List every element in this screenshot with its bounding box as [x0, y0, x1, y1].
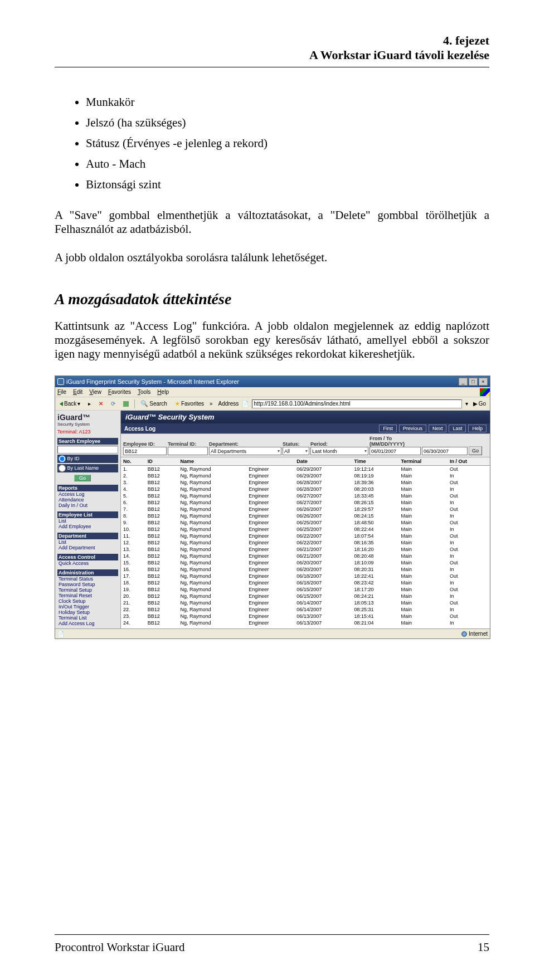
address-input[interactable]: [252, 399, 461, 408]
footer-rule: [55, 934, 489, 935]
favorites-button[interactable]: ★Favorites: [173, 400, 206, 407]
nav-terminal-reset[interactable]: Terminal Reset: [57, 593, 118, 598]
nav-add-department[interactable]: Add Department: [57, 545, 118, 550]
table-cell: Out: [448, 479, 490, 486]
table-cell: Ng, Raymond: [178, 566, 246, 573]
table-cell: 06/13/2007: [294, 613, 352, 620]
table-cell: Ng, Raymond: [178, 472, 246, 479]
menu-edit[interactable]: Edit: [73, 389, 82, 395]
table-cell: 08:16:35: [352, 539, 399, 546]
nav-add-access-log[interactable]: Add Access Log: [57, 621, 118, 626]
windows-flag-icon: [480, 388, 490, 396]
nav-terminal-setup[interactable]: Terminal Setup: [57, 587, 118, 593]
menu-file[interactable]: File: [57, 389, 66, 395]
more-chevron-icon[interactable]: »: [210, 401, 213, 407]
period-select[interactable]: Last Month: [310, 447, 368, 455]
filter-go-button[interactable]: Go: [469, 446, 482, 455]
table-cell: In: [448, 526, 490, 533]
sidebar-search-input[interactable]: [57, 446, 118, 454]
nav-inout-trigger[interactable]: In/Out Trigger: [57, 604, 118, 610]
administration-heading: Administration: [57, 569, 118, 576]
to-label-spacer: [422, 441, 468, 447]
address-label: Address: [218, 401, 239, 407]
menu-help[interactable]: Help: [157, 389, 169, 395]
table-cell: Ng, Raymond: [178, 499, 246, 506]
table-cell: Out: [448, 466, 490, 473]
nav-holiday-setup[interactable]: Holiday Setup: [57, 610, 118, 615]
search-button[interactable]: 🔍Search: [138, 399, 169, 408]
radio-by-lastname[interactable]: By Last Name: [57, 464, 118, 472]
nav-last-button[interactable]: Last: [449, 425, 466, 432]
table-cell: Out: [448, 559, 490, 566]
nav-quick-access[interactable]: Quick Access: [57, 560, 118, 566]
table-cell: 18:48:50: [352, 519, 399, 526]
table-row: 16.BB12Ng, RaymondEngineer06/20/200708:2…: [121, 566, 490, 573]
page-header: 4. fejezet A Workstar iGuard távoli keze…: [55, 33, 489, 62]
table-cell: Out: [448, 599, 490, 606]
menu-favorites[interactable]: Favorites: [108, 389, 131, 395]
employee-id-input[interactable]: [123, 447, 167, 455]
terminal-id-input[interactable]: [168, 447, 208, 455]
radio-by-id[interactable]: By ID: [57, 455, 118, 463]
menu-view[interactable]: View: [89, 389, 101, 395]
to-date-input[interactable]: [422, 447, 468, 455]
table-row: 12.BB12Ng, RaymondEngineer06/22/200708:1…: [121, 539, 490, 546]
table-row: 19.BB12Ng, RaymondEngineer06/15/200718:1…: [121, 586, 490, 593]
table-cell: Ng, Raymond: [178, 559, 246, 566]
status-select[interactable]: All: [283, 447, 309, 455]
nav-access-log[interactable]: Access Log: [57, 491, 118, 497]
nav-add-employee[interactable]: Add Employee: [57, 524, 118, 529]
go-button[interactable]: ▶ Go: [471, 401, 488, 407]
nav-next-button[interactable]: Next: [429, 425, 447, 432]
nav-help-button[interactable]: Help: [468, 425, 487, 432]
nav-dept-list[interactable]: List: [57, 539, 118, 545]
nav-terminal-list[interactable]: Terminal List: [57, 615, 118, 621]
address-dropdown-icon[interactable]: ▾: [465, 401, 468, 407]
nav-clock-setup[interactable]: Clock Setup: [57, 598, 118, 604]
ie-icon: [57, 378, 64, 385]
search-employee-heading: Search Employee: [57, 438, 118, 445]
table-cell: Main: [398, 493, 447, 499]
table-cell: Out: [448, 613, 490, 620]
close-button[interactable]: ×: [479, 378, 488, 386]
table-cell: Engineer: [246, 566, 294, 573]
nav-terminal-status[interactable]: Terminal Status: [57, 576, 118, 582]
from-date-input[interactable]: [369, 447, 421, 455]
nav-emp-list[interactable]: List: [57, 518, 118, 524]
nav-attendance[interactable]: Attendance: [57, 497, 118, 503]
table-cell: Engineer: [246, 519, 294, 526]
home-button[interactable]: [121, 401, 131, 407]
table-cell: Main: [398, 519, 447, 526]
paragraph-classes: A jobb oldalon osztályokba sorolásra tal…: [55, 251, 489, 265]
table-cell: Engineer: [246, 599, 294, 606]
back-button[interactable]: Back ▾: [57, 400, 82, 407]
table-cell: 06/29/2007: [294, 466, 352, 473]
department-select[interactable]: All Departments: [209, 447, 281, 455]
table-cell: 06/18/2007: [294, 573, 352, 579]
table-cell: 06/15/2007: [294, 593, 352, 599]
nav-daily-inout[interactable]: Daily In / Out: [57, 503, 118, 508]
zone-label: Internet: [469, 631, 488, 637]
department-heading: Department: [57, 533, 118, 539]
refresh-button[interactable]: ⟳: [109, 400, 118, 407]
table-cell: In: [448, 620, 490, 626]
table-cell: Ng, Raymond: [178, 466, 246, 473]
maximize-button[interactable]: □: [469, 378, 478, 386]
stop-button[interactable]: ✕: [96, 400, 105, 407]
menu-tools[interactable]: Tools: [138, 389, 150, 395]
forward-button[interactable]: ▸: [86, 400, 93, 407]
nav-previous-button[interactable]: Previous: [399, 425, 426, 432]
nav-password-setup[interactable]: Password Setup: [57, 582, 118, 587]
table-cell: Engineer: [246, 606, 294, 613]
nav-first-button[interactable]: First: [379, 425, 397, 432]
table-cell: Main: [398, 613, 447, 620]
table-cell: BB12: [145, 513, 178, 519]
table-cell: BB12: [145, 499, 178, 506]
filter-row: Employee ID: Terminal ID: Department: Al…: [121, 433, 490, 457]
sidebar-go-button[interactable]: Go: [74, 475, 91, 481]
minimize-button[interactable]: _: [459, 378, 468, 386]
table-cell: BB12: [145, 506, 178, 513]
employee-list-heading: Employee List: [57, 511, 118, 518]
page-number: 15: [478, 940, 489, 954]
table-cell: BB12: [145, 586, 178, 593]
